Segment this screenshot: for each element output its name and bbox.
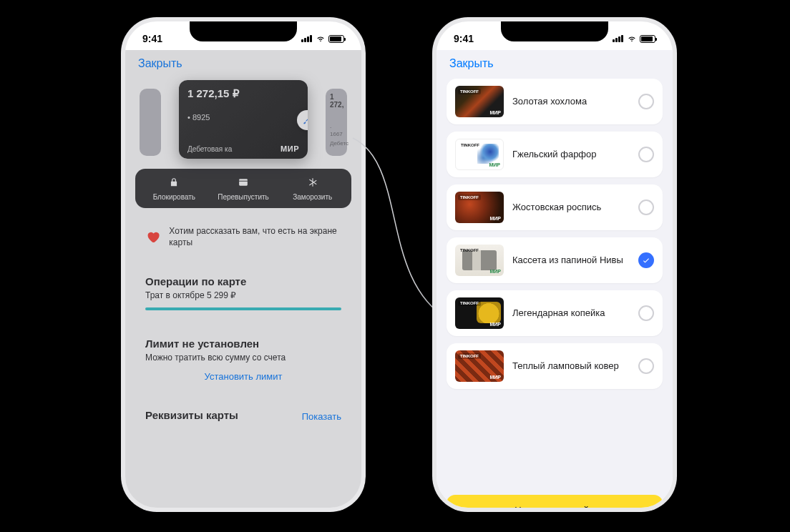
design-option[interactable]: TINKOFFМИР Теплый ламповый ковер [447, 343, 663, 389]
card-type-label: Дебетовая ка [187, 145, 232, 153]
card-actions-bar: Блокировать Перевыпустить Заморозить [135, 169, 351, 208]
reissue-card-button[interactable]: Перевыпустить [209, 177, 278, 201]
phone-card-details: 9:41 Закрыть 1 272,15 ₽ • 8925 Дебетовая… [125, 21, 361, 508]
close-button[interactable]: Закрыть [138, 57, 182, 69]
status-time: 9:41 [142, 33, 162, 44]
battery-icon [328, 35, 344, 43]
design-option[interactable]: TINKOFFМИР Кассета из папиной Нивы [447, 237, 663, 283]
limit-panel: Лимит не установлен Можно тратить всю су… [135, 327, 351, 392]
radio-unchecked-icon[interactable] [638, 94, 654, 109]
wifi-icon [316, 35, 326, 42]
tip-panel[interactable]: Хотим рассказать вам, что есть на экране… [135, 215, 351, 258]
cellular-icon [613, 35, 624, 42]
peek-number: · 1667 [326, 109, 347, 137]
show-details-button[interactable]: Показать [302, 411, 341, 422]
freeze-label: Заморозить [278, 193, 347, 201]
design-thumbnail: TINKOFFМИР [455, 350, 504, 382]
operations-title: Операции по карте [145, 275, 341, 287]
cellular-icon [301, 35, 313, 42]
close-button[interactable]: Закрыть [449, 57, 494, 69]
active-card[interactable]: 1 272,15 ₽ • 8925 Дебетовая ка МИР [179, 80, 308, 159]
operations-panel[interactable]: Операции по карте Трат в октябре 5 299 ₽ [135, 265, 351, 320]
reissue-label: Перевыпустить [209, 193, 278, 201]
design-thumbnail: TINKOFFМИР [455, 139, 504, 170]
tip-text: Хотим рассказать вам, что есть на экране… [169, 225, 341, 248]
block-label: Блокировать [140, 193, 209, 201]
card-reissue-icon [238, 177, 249, 187]
radio-unchecked-icon[interactable] [638, 147, 654, 162]
status-time: 9:41 [454, 33, 474, 44]
payment-system-label: МИР [281, 144, 299, 153]
design-name: Теплый ламповый ковер [512, 360, 630, 373]
card-number: • 8925 [187, 113, 299, 122]
block-card-button[interactable]: Блокировать [140, 177, 209, 201]
radio-checked-icon[interactable] [638, 252, 654, 268]
radio-unchecked-icon[interactable] [638, 305, 654, 321]
spending-progress [145, 307, 341, 310]
design-option[interactable]: TINKOFFМИР Золотая хохлома [447, 79, 663, 124]
limit-subtitle: Можно тратить всю сумму со счета [145, 353, 341, 363]
set-limit-button[interactable]: Установить лимит [145, 371, 341, 382]
design-name: Гжельский фарфор [512, 149, 630, 161]
design-name: Жостовская роспись [512, 202, 630, 214]
lock-icon [169, 177, 179, 187]
snowflake-icon [308, 177, 318, 187]
radio-unchecked-icon[interactable] [638, 200, 654, 215]
notch [501, 21, 608, 41]
peek-balance: 1 272, [326, 89, 347, 109]
brush-icon [302, 115, 308, 125]
flow-connector [351, 136, 451, 322]
card-peek-next[interactable]: 1 272, · 1667 Дебетс [326, 89, 347, 156]
battery-icon [640, 35, 655, 43]
design-option[interactable]: TINKOFFМИР Жостовская роспись [447, 184, 663, 230]
design-name: Легендарная копейка [512, 307, 630, 320]
design-thumbnail: TINKOFFМИР [455, 86, 504, 117]
apply-design-button[interactable]: Хочу этот дизайн [447, 495, 663, 508]
design-thumbnail: TINKOFFМИР [455, 297, 504, 329]
customize-card-button[interactable] [297, 110, 308, 130]
limit-title: Лимит не установлен [145, 338, 341, 350]
notch [190, 21, 297, 41]
card-balance: 1 272,15 ₽ [187, 87, 299, 100]
design-option[interactable]: TINKOFFМИР Гжельский фарфор [447, 132, 663, 177]
peek-type: Дебетс [326, 137, 347, 147]
radio-unchecked-icon[interactable] [638, 358, 654, 374]
design-thumbnail: TINKOFFМИР [455, 245, 504, 276]
heart-icon [145, 228, 160, 245]
card-peek-prev[interactable] [140, 89, 161, 156]
card-carousel[interactable]: 1 272,15 ₽ • 8925 Дебетовая ка МИР 1 272… [125, 76, 361, 169]
design-option[interactable]: TINKOFFМИР Легендарная копейка [447, 290, 663, 336]
design-list[interactable]: TINKOFFМИР Золотая хохлома TINKOFFМИР Гж… [437, 76, 673, 506]
card-details-panel: Реквизиты карты Показать [135, 399, 351, 434]
design-name: Золотая хохлома [512, 96, 630, 108]
wifi-icon [627, 35, 637, 42]
operations-subtitle: Трат в октябре 5 299 ₽ [145, 290, 341, 300]
details-title: Реквизиты карты [145, 409, 238, 421]
phone-card-designs: 9:41 Закрыть TINKOFFМИР Золотая хохлома … [437, 21, 673, 508]
design-name: Кассета из папиной Нивы [512, 255, 630, 267]
freeze-card-button[interactable]: Заморозить [278, 177, 347, 201]
design-thumbnail: TINKOFFМИР [455, 192, 504, 223]
